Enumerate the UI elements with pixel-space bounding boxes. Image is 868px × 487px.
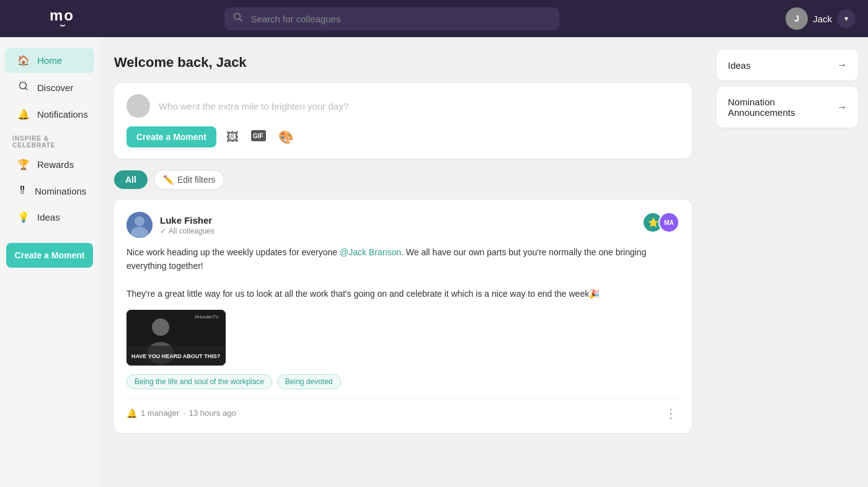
ideas-icon: 💡 xyxy=(17,211,30,223)
logo: mo ⌣ xyxy=(12,8,112,29)
composer-top: Who went the extra mile to brighten your… xyxy=(126,94,680,118)
svg-text:HAVE YOU HEARD ABOUT THIS?: HAVE YOU HEARD ABOUT THIS? xyxy=(131,353,220,359)
filter-edit-label: Edit filters xyxy=(177,175,215,185)
filter-edit-button[interactable]: ✏️ Edit filters xyxy=(154,170,224,190)
page-title: Welcome back, Jack xyxy=(114,55,692,71)
sidebar-item-ideas[interactable]: 💡 Ideas xyxy=(5,204,94,230)
post-author-avatar xyxy=(126,212,153,238)
post-more-options-button[interactable]: ⋮ xyxy=(662,406,680,421)
main-layout: 🏠 Home Discover 🔔 Notifications INSPIRE … xyxy=(0,37,868,487)
svg-line-3 xyxy=(25,88,28,90)
rewards-icon: 🏆 xyxy=(17,159,30,170)
avatar: J xyxy=(786,7,808,30)
audience-icon: ✓ xyxy=(160,227,166,235)
post-reaction-cluster: ⭐ MA xyxy=(642,212,680,233)
sidebar-item-home-label: Home xyxy=(37,55,62,66)
logo-smile: ⌣ xyxy=(60,20,65,29)
inspire-celebrate-section-label: INSPIRE & CELEBRATE xyxy=(0,128,99,151)
nominations-icon: 🎖 xyxy=(17,185,27,196)
composer: Who went the extra mile to brighten your… xyxy=(114,83,692,159)
sidebar-item-ideas-label: Ideas xyxy=(37,212,60,222)
sidebar: 🏠 Home Discover 🔔 Notifications INSPIRE … xyxy=(0,37,99,487)
right-sidebar-nominations-card[interactable]: Nomination Announcements → xyxy=(717,87,858,128)
sidebar-item-rewards-label: Rewards xyxy=(37,159,74,170)
composer-avatar xyxy=(126,94,150,118)
user-name: Jack xyxy=(813,14,832,24)
post-audience: ✓ All colleagues xyxy=(160,227,215,235)
post-tags: Being the life and soul of the workplace… xyxy=(126,374,680,389)
filter-bar: All ✏️ Edit filters xyxy=(114,170,692,190)
right-sidebar-ideas-arrow: → xyxy=(837,59,847,71)
bell-nav-icon: 🔔 xyxy=(17,108,30,120)
search-icon xyxy=(233,12,243,25)
right-sidebar-ideas-label: Ideas xyxy=(728,60,751,71)
svg-point-7 xyxy=(135,216,144,226)
sidebar-item-home[interactable]: 🏠 Home xyxy=(5,48,94,73)
post-meta-time: 13 hours ago xyxy=(189,408,236,418)
post-body-text-1: Nice work heading up the weekly updates … xyxy=(126,247,340,257)
sidebar-item-discover-label: Discover xyxy=(37,82,73,93)
emoji-button[interactable]: 🎨 xyxy=(276,127,296,147)
topbar: mo ⌣ J Jack ▾ xyxy=(0,0,868,37)
right-sidebar-nominations-label: Nomination Announcements xyxy=(728,97,837,118)
post-author-details: Luke Fisher ✓ All colleagues xyxy=(160,215,215,235)
composer-placeholder: Who went the extra mile to brighten your… xyxy=(159,101,348,112)
sidebar-item-rewards[interactable]: 🏆 Rewards xyxy=(5,152,94,177)
sidebar-create-moment-button[interactable]: Create a Moment xyxy=(6,243,93,268)
search-bar xyxy=(224,7,559,30)
svg-text:#HunterTV: #HunterTV xyxy=(195,314,219,320)
post-meta-separator: · xyxy=(183,408,185,418)
right-sidebar: Ideas → Nomination Announcements → xyxy=(707,37,868,487)
post-tag-1: Being devoted xyxy=(277,374,341,389)
search-input[interactable] xyxy=(224,7,559,30)
post-tag-0: Being the life and soul of the workplace xyxy=(126,374,272,389)
home-icon: 🏠 xyxy=(17,55,30,66)
user-menu-button[interactable]: ▾ xyxy=(837,9,856,28)
main-content: Welcome back, Jack Who went the extra mi… xyxy=(99,37,707,487)
post-body: Nice work heading up the weekly updates … xyxy=(126,245,680,301)
post-author-info: Luke Fisher ✓ All colleagues xyxy=(126,212,215,238)
edit-filter-icon: ✏️ xyxy=(163,175,174,185)
composer-actions: Create a Moment 🖼 GIF 🎨 xyxy=(126,126,680,147)
reaction-icon-purple: MA xyxy=(658,212,680,233)
post-meta-manager: 1 manager xyxy=(141,408,179,418)
right-sidebar-ideas-card[interactable]: Ideas → xyxy=(717,50,858,81)
composer-create-moment-button[interactable]: Create a Moment xyxy=(126,126,216,147)
post-body-text-3: They're a great little way for us to loo… xyxy=(126,289,600,299)
post-header: Luke Fisher ✓ All colleagues ⭐ MA xyxy=(126,212,680,238)
notification-bell-icon: 🔔 xyxy=(126,408,137,418)
audience-label: All colleagues xyxy=(169,227,215,235)
sidebar-item-discover[interactable]: Discover xyxy=(5,74,94,100)
post-author-name: Luke Fisher xyxy=(160,215,215,226)
right-sidebar-nominations-arrow: → xyxy=(837,102,847,113)
svg-line-1 xyxy=(240,19,242,22)
svg-point-10 xyxy=(152,318,169,336)
user-area: J Jack ▾ xyxy=(786,7,856,30)
gif-upload-button[interactable]: GIF xyxy=(249,128,268,147)
post-meta: 🔔 1 manager · 13 hours ago xyxy=(126,408,236,418)
sidebar-item-notifications[interactable]: 🔔 Notifications xyxy=(5,102,94,127)
image-upload-button[interactable]: 🖼 xyxy=(224,128,241,147)
sidebar-item-nominations-label: Nominations xyxy=(35,186,86,196)
discover-icon xyxy=(17,81,30,94)
sidebar-item-nominations[interactable]: 🎖 Nominations xyxy=(5,178,94,203)
post-mention[interactable]: @Jack Branson xyxy=(340,247,401,257)
filter-all-button[interactable]: All xyxy=(114,170,148,189)
post-gif: HAVE YOU HEARD ABOUT THIS? #HunterTV xyxy=(126,310,226,366)
sidebar-item-notifications-label: Notifications xyxy=(37,109,88,120)
post-card: Luke Fisher ✓ All colleagues ⭐ MA Nice w… xyxy=(114,200,692,433)
svg-text:GIF: GIF xyxy=(253,133,264,139)
post-footer: 🔔 1 manager · 13 hours ago ⋮ xyxy=(126,398,680,421)
